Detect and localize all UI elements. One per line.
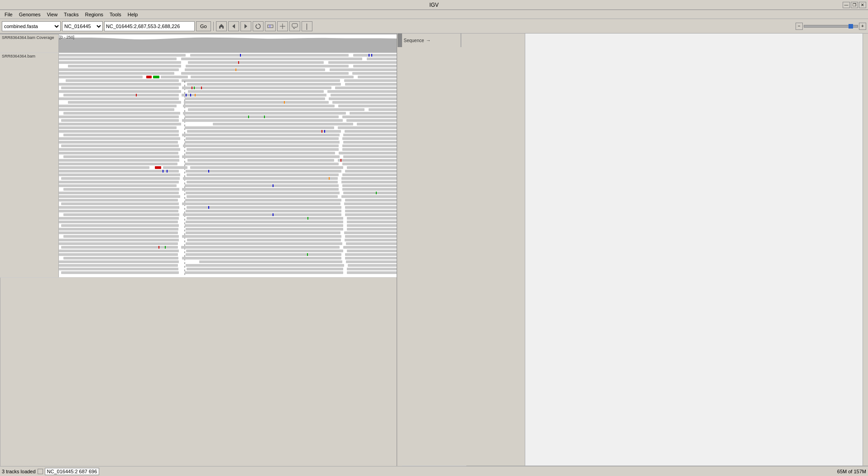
svg-rect-226	[155, 166, 161, 169]
svg-rect-229	[347, 166, 402, 169]
svg-rect-362	[347, 250, 402, 252]
zoom-out-button[interactable]: −	[796, 23, 803, 30]
coverage-track-data[interactable]: [0 - 250]	[59, 34, 397, 53]
svg-rect-386	[59, 268, 178, 270]
svg-rect-215	[187, 159, 334, 162]
svg-rect-242	[342, 173, 402, 176]
svg-rect-237	[163, 170, 163, 173]
reads-track-data[interactable]	[59, 53, 402, 277]
menu-help[interactable]: Help	[125, 11, 141, 18]
svg-marker-1	[245, 24, 247, 29]
svg-rect-220	[59, 163, 177, 165]
empty-data	[525, 34, 863, 466]
svg-rect-324	[186, 228, 343, 231]
restore-button[interactable]: ❐	[851, 2, 858, 8]
svg-rect-387	[187, 268, 343, 270]
svg-rect-163	[338, 126, 402, 129]
refresh-button[interactable]	[253, 21, 264, 31]
svg-rect-174	[182, 134, 340, 136]
home-button[interactable]	[216, 21, 227, 31]
svg-rect-250	[329, 177, 330, 180]
svg-rect-87	[344, 79, 402, 82]
svg-rect-203	[186, 152, 335, 154]
title-bar: IGV — ❐ ✕	[0, 0, 868, 10]
svg-rect-63	[186, 65, 349, 67]
svg-rect-103	[201, 87, 202, 89]
menu-bar: File Genomes View Tracks Regions Tools H…	[0, 10, 868, 19]
svg-rect-366	[186, 253, 341, 256]
svg-rect-336	[345, 235, 402, 238]
svg-rect-252	[187, 181, 338, 183]
divider-button[interactable]: |	[302, 21, 312, 31]
chromosome-select[interactable]: NC_016445	[62, 21, 103, 31]
status-bar: 3 tracks loaded NC_016445:2 687 696 65M …	[0, 466, 868, 476]
close-button[interactable]: ✕	[859, 2, 866, 8]
svg-rect-119	[185, 97, 325, 100]
svg-rect-152	[182, 119, 343, 122]
svg-rect-49	[369, 54, 369, 57]
svg-rect-219	[340, 159, 341, 162]
menu-tools[interactable]: Tools	[107, 11, 124, 18]
menu-file[interactable]: File	[2, 11, 15, 18]
forward-button[interactable]	[240, 21, 251, 31]
select-region-button[interactable]	[277, 21, 288, 31]
back-button[interactable]	[228, 21, 239, 31]
window-controls[interactable]: — ❐ ✕	[843, 2, 866, 8]
svg-rect-86	[182, 79, 340, 82]
svg-rect-72	[235, 68, 236, 71]
coordinate-input[interactable]	[104, 21, 195, 31]
svg-rect-77	[59, 76, 143, 78]
svg-rect-376	[59, 260, 179, 263]
svg-rect-278	[59, 199, 178, 202]
menu-tracks[interactable]: Tracks	[61, 11, 82, 18]
svg-rect-44	[190, 54, 349, 57]
svg-rect-341	[345, 239, 402, 241]
svg-rect-110	[182, 94, 326, 96]
svg-rect-353	[61, 246, 178, 249]
svg-rect-323	[59, 228, 178, 231]
menu-genomes[interactable]: Genomes	[16, 11, 43, 18]
zoom-slider-thumb[interactable]	[849, 24, 853, 29]
svg-rect-58	[328, 61, 402, 64]
svg-rect-272	[376, 192, 377, 194]
menu-regions[interactable]: Regions	[82, 11, 106, 18]
svg-rect-313	[186, 221, 343, 223]
zoom-in-button[interactable]: +	[859, 23, 866, 30]
svg-rect-302	[345, 213, 402, 216]
svg-rect-261	[273, 184, 273, 187]
go-button[interactable]: Go	[196, 21, 211, 31]
reads-track: SRR8364364.bam	[0, 53, 402, 278]
svg-rect-80	[161, 76, 188, 78]
svg-rect-91	[59, 83, 181, 86]
scrollbar-thumb[interactable]	[398, 34, 402, 47]
svg-rect-167	[187, 130, 341, 133]
svg-rect-96	[61, 87, 179, 89]
svg-rect-92	[187, 83, 341, 86]
zoom-slider-track[interactable]	[804, 25, 858, 28]
coverage-track-label: SRR8364364.bam Coverage	[0, 34, 59, 53]
genome-select[interactable]: combined.fasta	[2, 21, 61, 31]
tooltip-button[interactable]	[289, 21, 300, 31]
svg-rect-262	[63, 188, 179, 191]
vertical-scrollbar[interactable]	[397, 34, 402, 466]
svg-rect-222	[342, 163, 402, 165]
svg-rect-354	[181, 246, 340, 249]
sequence-scrollbar-space	[461, 34, 466, 47]
menu-view[interactable]: View	[44, 11, 60, 18]
svg-rect-115	[186, 94, 187, 96]
svg-rect-246	[183, 177, 338, 180]
svg-rect-157	[213, 123, 353, 125]
svg-rect-111	[331, 94, 402, 96]
minimize-button[interactable]: —	[843, 2, 850, 8]
svg-rect-199	[342, 148, 402, 151]
svg-rect-308	[347, 217, 402, 220]
svg-rect-68	[185, 68, 325, 71]
region-navigator-button[interactable]	[265, 21, 276, 31]
svg-rect-109	[63, 94, 179, 96]
svg-rect-198	[187, 148, 339, 151]
sequence-track: Sequence → Colors cycling: A=green, T=re…	[402, 34, 466, 466]
svg-rect-52	[181, 58, 362, 60]
svg-rect-102	[194, 87, 195, 89]
svg-rect-114	[136, 94, 137, 96]
svg-rect-396	[185, 271, 343, 274]
